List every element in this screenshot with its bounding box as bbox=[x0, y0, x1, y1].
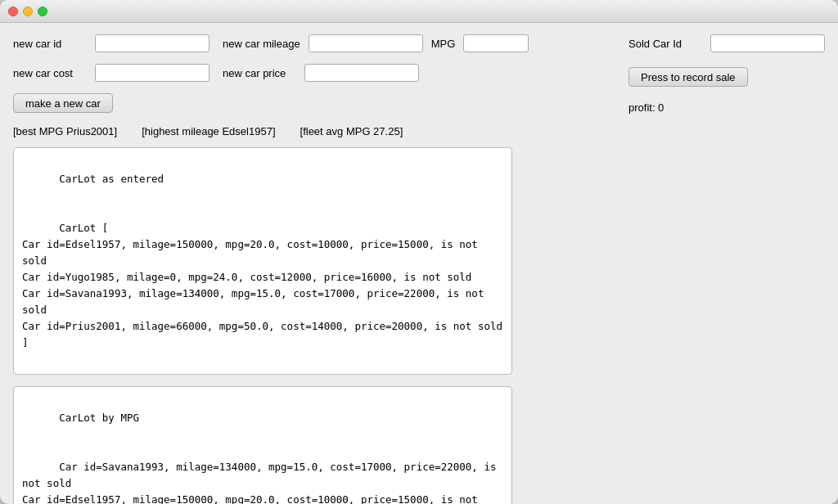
new-car-price-label: new car price bbox=[223, 67, 296, 79]
record-sale-row: Press to record sale bbox=[628, 67, 825, 87]
stat-fleet-avg: [fleet avg MPG 27.25] bbox=[300, 125, 403, 137]
carlot-by-mpg-box: CarLot by MPG Car id=Savana1993, milage=… bbox=[13, 386, 512, 504]
carlot-by-mpg-content: Car id=Savana1993, milage=134000, mpg=15… bbox=[22, 461, 502, 504]
new-car-id-row: new car id bbox=[13, 34, 210, 52]
mpg-label: MPG bbox=[431, 38, 456, 50]
maximize-button[interactable] bbox=[38, 7, 47, 16]
make-new-car-button[interactable]: make a new car bbox=[13, 93, 113, 113]
new-car-price-input[interactable] bbox=[304, 64, 419, 82]
new-car-cost-input[interactable] bbox=[95, 64, 210, 82]
new-car-mileage-label: new car mileage bbox=[223, 38, 300, 50]
mpg-input[interactable] bbox=[463, 34, 529, 52]
sold-car-id-label: Sold Car Id bbox=[628, 38, 702, 50]
new-car-cost-row: new car cost bbox=[13, 64, 210, 82]
new-car-mileage-input[interactable] bbox=[309, 34, 423, 52]
stat-highest-mileage: [highest mileage Edsel1957] bbox=[142, 125, 275, 137]
new-car-mileage-row: new car mileage MPG bbox=[223, 34, 529, 52]
make-button-row: make a new car bbox=[13, 93, 210, 113]
traffic-lights bbox=[8, 7, 47, 16]
stat-best-mpg: [best MPG Prius2001] bbox=[13, 125, 117, 137]
new-car-cost-label: new car cost bbox=[13, 67, 87, 79]
sold-car-id-input[interactable] bbox=[710, 34, 825, 52]
stats-row: [best MPG Prius2001] [highest mileage Ed… bbox=[13, 125, 825, 137]
titlebar bbox=[0, 0, 838, 23]
minimize-button[interactable] bbox=[23, 7, 33, 16]
profit-row: profit: 0 bbox=[628, 101, 825, 114]
carlot-by-mpg-title: CarLot by MPG bbox=[59, 412, 139, 424]
new-car-id-label: new car id bbox=[13, 38, 87, 50]
main-content: new car id new car cost make a new car n… bbox=[0, 23, 838, 504]
sold-car-id-row: Sold Car Id bbox=[628, 34, 825, 52]
carlot-as-entered-title: CarLot as entered bbox=[59, 173, 164, 185]
new-car-id-input[interactable] bbox=[95, 34, 210, 52]
profit-label: profit: 0 bbox=[628, 101, 664, 114]
main-window: new car id new car cost make a new car n… bbox=[0, 0, 838, 504]
carlot-as-entered-box: CarLot as entered CarLot [ Car id=Edsel1… bbox=[13, 147, 512, 375]
close-button[interactable] bbox=[8, 7, 18, 16]
record-sale-button[interactable]: Press to record sale bbox=[628, 67, 748, 87]
carlot-as-entered-content: CarLot [ Car id=Edsel1957, milage=150000… bbox=[22, 222, 502, 349]
new-car-price-row: new car price bbox=[223, 64, 529, 82]
